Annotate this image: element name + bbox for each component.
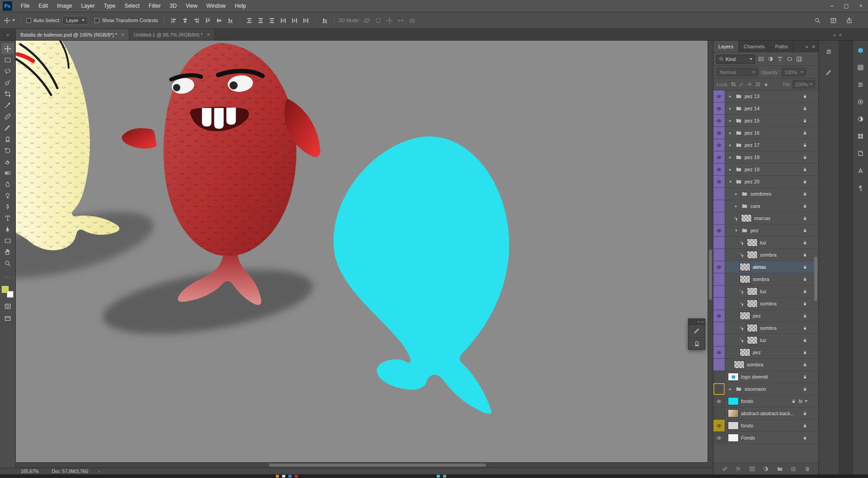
layer-visibility-toggle[interactable]	[713, 127, 725, 139]
taskbar-item[interactable]	[443, 475, 446, 478]
layer-row-main[interactable]: fondo	[725, 420, 818, 431]
layer-thumbnail[interactable]	[747, 300, 758, 308]
layer-visibility-toggle[interactable]	[713, 298, 725, 309]
path-select-tool[interactable]	[1, 224, 14, 235]
px-filter-button[interactable]	[756, 55, 766, 63]
menu-edit[interactable]: Edit	[34, 0, 52, 12]
foreground-color-swatch[interactable]	[2, 286, 9, 293]
lock-paint-button[interactable]	[738, 81, 745, 88]
layer-visibility-toggle[interactable]	[713, 200, 725, 212]
slide-button[interactable]	[396, 16, 406, 25]
folder-button[interactable]	[775, 464, 784, 473]
screen-mode-button[interactable]	[1, 313, 14, 324]
layer-thumbnail[interactable]	[728, 409, 739, 417]
blend-mode-dropdown[interactable]: Normal	[717, 68, 758, 76]
layer-row[interactable]: ▸pez 19	[713, 164, 818, 176]
layer-visibility-toggle[interactable]	[713, 383, 725, 395]
layer-thumbnail[interactable]	[740, 348, 750, 356]
crop-tool[interactable]	[1, 88, 14, 99]
layer-row[interactable]: Fondo	[713, 432, 818, 444]
menu-select[interactable]: Select	[120, 0, 144, 12]
history-brush-tool[interactable]	[1, 145, 14, 156]
taskbar-item[interactable]	[295, 475, 298, 478]
layer-row-main[interactable]: ▸pez 16	[725, 127, 818, 139]
layer-visibility-toggle[interactable]	[713, 371, 725, 383]
layer-thumbnail[interactable]	[741, 214, 752, 222]
close-button[interactable]: ×	[854, 0, 868, 12]
adjustment-button[interactable]	[761, 464, 770, 473]
layer-thumbnail[interactable]	[728, 373, 739, 381]
layer-row[interactable]: ▾pez	[713, 225, 818, 237]
dist-center-button[interactable]	[289, 16, 300, 25]
layer-visibility-toggle[interactable]	[713, 103, 725, 114]
layer-row-main[interactable]: pez	[725, 310, 818, 322]
search-button[interactable]	[812, 16, 823, 25]
layer-row[interactable]: sombra	[713, 298, 818, 310]
layer-row-main[interactable]: ▸pez 18	[725, 151, 818, 163]
menu-3d[interactable]: 3D	[165, 0, 181, 12]
paragraph-panel-button[interactable]: ¶	[855, 183, 866, 193]
layer-row-main[interactable]: sombra	[725, 298, 818, 309]
auto-select-checkbox[interactable]	[26, 18, 31, 23]
roll-button[interactable]	[373, 16, 383, 25]
menu-view[interactable]: View	[181, 0, 202, 12]
panel-tab-layers[interactable]: Layers	[713, 41, 739, 52]
twirl-collapsed-icon[interactable]: ▸	[728, 131, 733, 135]
panel-tab-paths[interactable]: Paths	[770, 41, 793, 52]
menu-filter[interactable]: Filter	[144, 0, 165, 12]
hand-tool[interactable]	[1, 246, 14, 258]
taskbar-item[interactable]	[288, 475, 292, 478]
twirl-collapsed-icon[interactable]: ▸	[728, 143, 733, 147]
menu-type[interactable]: Type	[99, 0, 120, 12]
swatches-panel-button[interactable]	[855, 62, 866, 73]
layer-thumbnail[interactable]	[734, 361, 745, 369]
layer-visibility-toggle[interactable]	[713, 432, 725, 444]
clone-source-button[interactable]	[689, 337, 705, 349]
layer-row-main[interactable]: ▸escenario	[725, 383, 818, 395]
layer-visibility-toggle[interactable]	[713, 225, 725, 236]
layer-visibility-toggle[interactable]	[713, 261, 725, 273]
layer-row[interactable]: pez	[713, 310, 818, 322]
layer-row[interactable]: ▸pez 18	[713, 151, 818, 164]
layer-thumbnail[interactable]	[740, 312, 750, 320]
menu-layer[interactable]: Layer	[76, 0, 99, 12]
align-mid-button[interactable]	[214, 16, 224, 25]
taskbar-item[interactable]	[282, 475, 285, 478]
styles-panel-button[interactable]	[855, 148, 866, 159]
layer-row-main[interactable]: ▸pez 13	[725, 90, 818, 102]
pen-tool[interactable]	[1, 201, 14, 212]
taskbar-item[interactable]	[437, 475, 440, 478]
layer-row[interactable]: logo steemit	[713, 371, 818, 383]
maximize-button[interactable]: ▢	[839, 0, 854, 12]
layer-row[interactable]: luz	[713, 334, 818, 347]
zoom-tool[interactable]	[1, 258, 14, 269]
layer-thumbnail[interactable]	[740, 275, 750, 283]
align-right-button[interactable]	[191, 16, 202, 25]
layer-row[interactable]: ▸escenario	[713, 383, 818, 395]
layer-visibility-toggle[interactable]	[713, 359, 725, 370]
layer-row[interactable]: fondo	[713, 420, 818, 432]
layer-row-main[interactable]: luz	[725, 237, 818, 248]
orbit-button[interactable]	[362, 16, 372, 25]
layer-visibility-toggle[interactable]	[713, 286, 725, 297]
layer-row-main[interactable]: luz	[725, 334, 818, 346]
workspace-button[interactable]	[828, 16, 839, 25]
layer-visibility-toggle[interactable]	[713, 151, 725, 163]
document-canvas[interactable]: » ×	[16, 41, 713, 468]
brush-settings-panel-button[interactable]	[821, 66, 836, 79]
layer-visibility-toggle[interactable]	[713, 90, 725, 102]
twirl-collapsed-icon[interactable]: ▸	[728, 118, 733, 123]
layer-row-main[interactable]: sombra	[725, 273, 818, 285]
layer-thumbnail[interactable]	[728, 397, 739, 405]
eyedropper-tool[interactable]	[1, 99, 14, 111]
menu-window[interactable]: Window	[202, 0, 231, 12]
tab-close-button[interactable]: ×	[207, 32, 210, 38]
new-layer-button[interactable]	[789, 464, 798, 473]
layer-visibility-toggle[interactable]	[713, 310, 725, 322]
layer-row-main[interactable]: ▸sombrero	[725, 188, 818, 200]
twirl-collapsed-icon[interactable]: ▸	[728, 94, 733, 98]
mask-button[interactable]	[748, 464, 757, 473]
layer-visibility-toggle[interactable]	[713, 334, 725, 346]
dist-top-button[interactable]	[244, 16, 255, 25]
align-top-button[interactable]	[203, 16, 213, 25]
